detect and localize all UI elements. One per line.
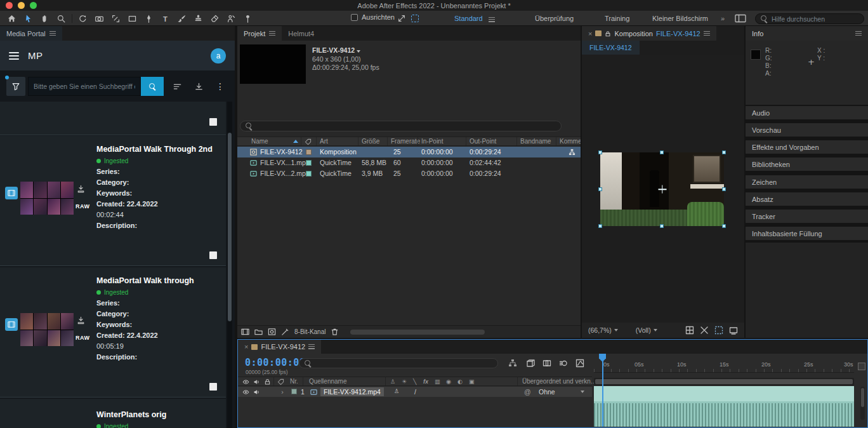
project-search-input[interactable] <box>256 123 556 130</box>
workspace-overflow-button[interactable]: » <box>721 11 725 26</box>
layer-audio-icon[interactable] <box>253 389 260 396</box>
download-asset-icon[interactable] <box>76 316 86 325</box>
quality-switch-icon[interactable]: ╲ <box>413 378 416 385</box>
layer-quality-icon[interactable]: / <box>414 388 416 396</box>
close-tab-icon[interactable]: × <box>588 30 592 37</box>
layer-visibility-icon[interactable] <box>242 389 249 396</box>
sort-button[interactable] <box>169 77 185 96</box>
close-tab-icon[interactable]: × <box>244 343 248 351</box>
selection-handle[interactable] <box>660 224 664 228</box>
panel-header-zeichen[interactable]: Zeichen <box>746 175 868 189</box>
column-bandname[interactable]: Bandname <box>520 138 551 145</box>
panel-header-inhaltsbasierte-fuellung[interactable]: Inhaltsbasierte Füllung <box>746 227 868 240</box>
column-framerate[interactable]: Framerate <box>391 138 420 145</box>
panel-header-effekte[interactable]: Effekte und Vorgaben <box>746 140 868 154</box>
workspace-tab-ueberpruefung[interactable]: Überprüfung <box>535 11 574 26</box>
help-search-input[interactable] <box>772 15 858 23</box>
column-inpoint[interactable]: In-Point <box>421 138 443 145</box>
tool-pen[interactable] <box>141 11 157 25</box>
tab-projekt[interactable]: Projekt <box>237 26 282 41</box>
selection-handle[interactable] <box>722 187 726 191</box>
media-search-field[interactable] <box>28 77 141 96</box>
media-list-scrollbar[interactable] <box>227 102 232 428</box>
composition-mini-flowchart-icon[interactable] <box>508 359 517 368</box>
thumbnail-strip[interactable] <box>20 313 74 346</box>
column-outpoint[interactable]: Out-Point <box>470 138 496 145</box>
panel-header-vorschau[interactable]: Vorschau <box>746 123 868 137</box>
region-of-interest-icon[interactable] <box>714 326 723 335</box>
panel-header-absatz[interactable]: Absatz <box>746 192 868 206</box>
align-toggle[interactable]: Ausrichten <box>351 13 395 21</box>
work-area-range[interactable] <box>595 379 853 384</box>
tool-roto-brush[interactable] <box>223 11 239 25</box>
tool-rotation[interactable] <box>75 11 91 25</box>
selection-handle[interactable] <box>598 150 602 154</box>
column-size[interactable]: Größe <box>362 138 379 145</box>
tool-shape[interactable] <box>124 11 140 25</box>
panel-menu-icon[interactable] <box>704 31 710 36</box>
bit-depth-button[interactable]: 8-Bit-Kanal <box>294 328 326 335</box>
panel-header-audio[interactable]: Audio <box>746 106 868 119</box>
selection-handle[interactable] <box>660 150 664 154</box>
selection-handle[interactable] <box>598 187 602 191</box>
draft-3d-icon[interactable] <box>526 359 535 368</box>
tool-selection[interactable] <box>20 11 36 25</box>
new-folder-icon[interactable] <box>254 328 263 336</box>
scrollbar-thumb[interactable] <box>861 388 864 407</box>
filter-button[interactable] <box>6 77 25 96</box>
new-composition-icon[interactable] <box>268 328 276 336</box>
media-card-partial[interactable] <box>0 102 226 135</box>
composition-viewer[interactable] <box>582 55 744 323</box>
avatar[interactable]: a <box>211 48 226 64</box>
resolution-select[interactable]: (Voll) <box>636 326 651 334</box>
column-comment[interactable]: Komme <box>560 138 581 145</box>
label-swatch[interactable] <box>306 160 312 166</box>
media-checkbox[interactable] <box>209 118 217 126</box>
grid-guides-icon[interactable] <box>685 326 694 335</box>
workspace-tab-kleiner-bildschirm[interactable]: Kleiner Bildschirm <box>652 11 708 26</box>
label-swatch[interactable] <box>306 149 312 155</box>
more-options-icon[interactable]: ⋮ <box>212 77 228 96</box>
media-card[interactable]: MediaPortal Walk Through 2nd Ingested Se… <box>0 136 226 266</box>
time-ruler[interactable]: 0s 05s 10s 15s 20s 25s 30s <box>594 354 854 373</box>
layer-duration-bar[interactable] <box>594 386 854 427</box>
tool-brush[interactable] <box>174 11 190 25</box>
media-card[interactable]: WinterPlanets orig Ingested <box>0 399 226 428</box>
tab-timeline[interactable]: × FILE-VX-9412 <box>238 340 321 354</box>
thumbnail-strip[interactable] <box>20 182 74 215</box>
tool-type[interactable]: T <box>157 11 173 25</box>
mask-visibility-icon[interactable] <box>700 326 709 335</box>
frame-blending-icon[interactable] <box>542 359 551 368</box>
workspace-switcher-icon[interactable] <box>735 14 746 23</box>
close-window-button[interactable] <box>6 2 13 9</box>
panel-header-tracker[interactable]: Tracker <box>746 210 868 223</box>
video-frame[interactable] <box>600 152 724 226</box>
tab-media-portal[interactable]: Media Portal <box>0 26 62 41</box>
adjustment-layer-switch-icon[interactable]: ◐ <box>457 378 463 385</box>
tab-helmut4[interactable]: Helmut4 <box>282 26 320 41</box>
3d-layer-switch-icon[interactable]: ▣ <box>469 378 475 385</box>
panel-menu-icon[interactable] <box>49 31 56 36</box>
panel-menu-icon[interactable] <box>269 31 275 36</box>
project-row-footage[interactable]: FILE-VX...2.mp4 QuickTime 3,9 MB 25 0:00… <box>237 168 581 179</box>
media-checkbox[interactable] <box>209 383 217 391</box>
selection-handle[interactable] <box>598 224 602 228</box>
graph-editor-icon[interactable] <box>575 359 584 368</box>
project-row-composition[interactable]: FILE-VX-9412 Komposition 25 0:00:00:00 0… <box>237 147 581 157</box>
selection-handle[interactable] <box>722 150 726 154</box>
column-type[interactable]: Art <box>320 138 328 145</box>
media-card[interactable]: MediaPortal Walk through Ingested Series… <box>0 267 226 398</box>
selected-item-name[interactable]: FILE-VX-9412 <box>312 46 360 54</box>
tool-puppet-pin[interactable] <box>240 11 256 25</box>
scrollbar-thumb[interactable] <box>228 133 232 321</box>
snapshot-icon[interactable] <box>729 326 738 335</box>
snap-icon[interactable] <box>411 15 419 22</box>
panel-menu-icon[interactable] <box>855 31 862 36</box>
timeline-search-input[interactable] <box>315 359 492 367</box>
tool-pan-behind[interactable] <box>108 11 124 25</box>
hamburger-menu-icon[interactable] <box>9 52 19 60</box>
parent-select[interactable]: Ohne <box>539 388 555 396</box>
selection-handle[interactable] <box>722 224 726 228</box>
panel-menu-icon[interactable] <box>308 344 315 349</box>
timeline-search-field[interactable] <box>299 358 498 368</box>
